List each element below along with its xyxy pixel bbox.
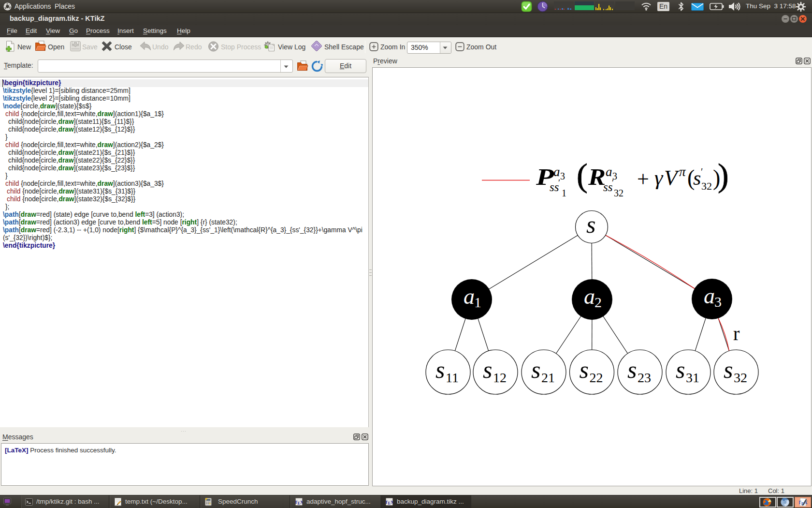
svg-text:+: + <box>637 167 649 191</box>
svg-text:s: s <box>483 356 492 383</box>
svg-text:11: 11 <box>446 370 459 385</box>
svg-text:s: s <box>676 356 685 383</box>
svg-text:32: 32 <box>701 180 712 192</box>
svg-text:(: ( <box>577 157 588 194</box>
svg-text:s: s <box>586 211 595 238</box>
svg-text:22: 22 <box>590 370 603 385</box>
svg-text:1: 1 <box>474 294 481 310</box>
svg-text:32: 32 <box>614 188 624 198</box>
svg-text:21: 21 <box>541 370 555 385</box>
svg-text:r: r <box>733 323 740 344</box>
svg-text:a: a <box>606 164 612 179</box>
svg-text:32: 32 <box>734 370 747 385</box>
svg-text:ss: ss <box>550 180 559 194</box>
svg-text:a: a <box>553 164 560 179</box>
svg-text:s: s <box>580 356 589 383</box>
svg-text:s: s <box>627 356 637 383</box>
svg-text:12: 12 <box>493 370 507 385</box>
svg-text:3: 3 <box>560 171 565 181</box>
svg-text:′: ′ <box>558 178 560 188</box>
svg-text:31: 31 <box>686 370 699 385</box>
svg-text:2: 2 <box>594 294 602 310</box>
svg-text:s: s <box>724 356 733 383</box>
svg-text:a: a <box>704 284 715 308</box>
svg-text:23: 23 <box>638 370 651 385</box>
svg-text:π: π <box>679 164 686 179</box>
svg-text:ss: ss <box>603 180 612 194</box>
svg-text:V: V <box>664 165 680 190</box>
svg-text:a: a <box>584 284 595 309</box>
svg-text:3: 3 <box>714 294 722 310</box>
svg-text:′: ′ <box>612 178 614 188</box>
svg-text:s: s <box>435 356 445 383</box>
svg-text:1: 1 <box>562 188 566 198</box>
svg-text:): ) <box>718 157 729 194</box>
svg-text:s: s <box>531 356 540 383</box>
svg-text:a: a <box>464 284 475 309</box>
svg-text:′: ′ <box>701 166 703 177</box>
svg-text:γ: γ <box>654 166 664 190</box>
svg-text:s: s <box>693 167 701 189</box>
